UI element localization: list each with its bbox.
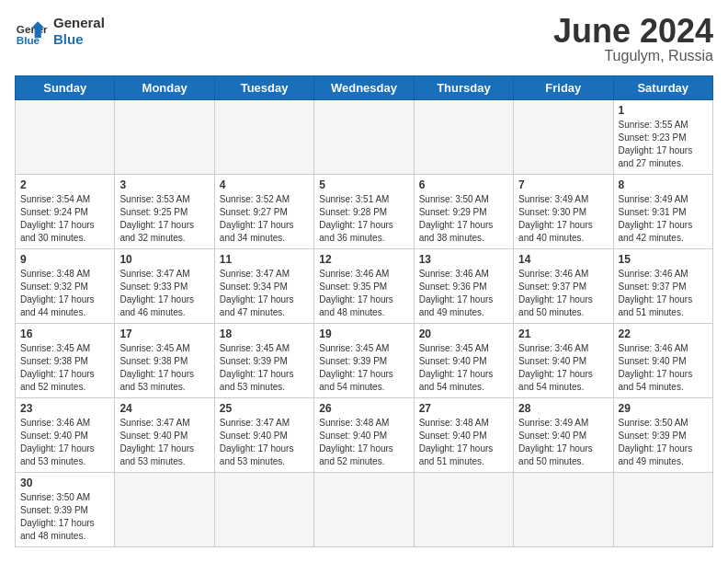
- cell-sun-info: Sunrise: 3:53 AMSunset: 9:25 PMDaylight:…: [119, 193, 209, 245]
- day-number: 4: [220, 178, 309, 191]
- day-number: 1: [619, 104, 708, 117]
- day-number: 28: [518, 402, 608, 415]
- calendar-cell: 28Sunrise: 3:49 AMSunset: 9:40 PMDayligh…: [514, 398, 613, 473]
- cell-sun-info: Sunrise: 3:54 AMSunset: 9:24 PMDaylight:…: [20, 193, 109, 245]
- title-block: June 2024 Tugulym, Russia: [553, 15, 713, 64]
- calendar-cell: 10Sunrise: 3:47 AMSunset: 9:33 PMDayligh…: [115, 249, 214, 324]
- day-number: 13: [419, 253, 508, 266]
- calendar-cell: 30Sunrise: 3:50 AMSunset: 9:39 PMDayligh…: [16, 473, 115, 547]
- day-number: 6: [419, 178, 508, 191]
- calendar-cell: 12Sunrise: 3:46 AMSunset: 9:35 PMDayligh…: [314, 249, 414, 324]
- calendar-cell: 29Sunrise: 3:50 AMSunset: 9:39 PMDayligh…: [613, 398, 712, 473]
- calendar-cell: [514, 473, 613, 547]
- day-number: 2: [20, 178, 109, 191]
- calendar-cell: 14Sunrise: 3:46 AMSunset: 9:37 PMDayligh…: [514, 249, 613, 324]
- calendar-cell: 13Sunrise: 3:46 AMSunset: 9:36 PMDayligh…: [414, 249, 513, 324]
- calendar-cell: 25Sunrise: 3:47 AMSunset: 9:40 PMDayligh…: [214, 398, 313, 473]
- day-number: 20: [419, 327, 508, 340]
- cell-sun-info: Sunrise: 3:46 AMSunset: 9:35 PMDaylight:…: [319, 268, 408, 319]
- calendar-cell: [214, 100, 313, 175]
- calendar-cell: 3Sunrise: 3:53 AMSunset: 9:25 PMDaylight…: [115, 175, 214, 249]
- week-row-2: 9Sunrise: 3:48 AMSunset: 9:32 PMDaylight…: [16, 249, 713, 324]
- logo-general-text: General: [53, 15, 105, 31]
- calendar-cell: [214, 473, 313, 547]
- calendar-cell: [115, 473, 214, 547]
- day-number: 30: [20, 477, 109, 489]
- calendar-cell: [414, 100, 513, 175]
- calendar-cell: [414, 473, 513, 547]
- day-number: 21: [518, 327, 608, 340]
- weekday-sunday: Sunday: [16, 76, 115, 100]
- calendar-cell: 11Sunrise: 3:47 AMSunset: 9:34 PMDayligh…: [214, 249, 313, 324]
- calendar-body: 1Sunrise: 3:55 AMSunset: 9:23 PMDaylight…: [16, 100, 713, 547]
- calendar-cell: 16Sunrise: 3:45 AMSunset: 9:38 PMDayligh…: [16, 324, 115, 398]
- calendar-cell: 18Sunrise: 3:45 AMSunset: 9:39 PMDayligh…: [214, 324, 313, 398]
- cell-sun-info: Sunrise: 3:45 AMSunset: 9:40 PMDaylight:…: [419, 342, 508, 394]
- calendar-cell: 5Sunrise: 3:51 AMSunset: 9:28 PMDaylight…: [314, 175, 414, 249]
- calendar-location: Tugulym, Russia: [553, 48, 713, 64]
- day-number: 18: [220, 327, 309, 340]
- calendar-cell: [16, 100, 115, 175]
- day-number: 3: [119, 178, 209, 191]
- calendar-cell: [514, 100, 613, 175]
- day-number: 14: [518, 253, 608, 266]
- calendar-cell: 2Sunrise: 3:54 AMSunset: 9:24 PMDaylight…: [16, 175, 115, 249]
- logo-icon: General Blue: [15, 15, 48, 48]
- cell-sun-info: Sunrise: 3:48 AMSunset: 9:32 PMDaylight:…: [20, 268, 109, 319]
- cell-sun-info: Sunrise: 3:45 AMSunset: 9:38 PMDaylight:…: [119, 342, 209, 394]
- cell-sun-info: Sunrise: 3:47 AMSunset: 9:40 PMDaylight:…: [220, 417, 309, 468]
- week-row-4: 23Sunrise: 3:46 AMSunset: 9:40 PMDayligh…: [16, 398, 713, 473]
- logo: General Blue General Blue: [15, 15, 105, 48]
- day-number: 19: [319, 327, 408, 340]
- calendar-cell: 8Sunrise: 3:49 AMSunset: 9:31 PMDaylight…: [613, 175, 712, 249]
- calendar-cell: 6Sunrise: 3:50 AMSunset: 9:29 PMDaylight…: [414, 175, 513, 249]
- cell-sun-info: Sunrise: 3:46 AMSunset: 9:40 PMDaylight:…: [619, 342, 708, 394]
- cell-sun-info: Sunrise: 3:49 AMSunset: 9:30 PMDaylight:…: [518, 193, 608, 245]
- calendar-cell: 21Sunrise: 3:46 AMSunset: 9:40 PMDayligh…: [514, 324, 613, 398]
- week-row-3: 16Sunrise: 3:45 AMSunset: 9:38 PMDayligh…: [16, 324, 713, 398]
- day-number: 23: [20, 402, 109, 415]
- day-number: 24: [119, 402, 209, 415]
- week-row-1: 2Sunrise: 3:54 AMSunset: 9:24 PMDaylight…: [16, 175, 713, 249]
- day-number: 25: [220, 402, 309, 415]
- day-number: 17: [119, 327, 209, 340]
- weekday-tuesday: Tuesday: [214, 76, 313, 100]
- calendar-cell: 1Sunrise: 3:55 AMSunset: 9:23 PMDaylight…: [613, 100, 712, 175]
- calendar-cell: [115, 100, 214, 175]
- cell-sun-info: Sunrise: 3:52 AMSunset: 9:27 PMDaylight:…: [220, 193, 309, 245]
- cell-sun-info: Sunrise: 3:50 AMSunset: 9:29 PMDaylight:…: [419, 193, 508, 245]
- cell-sun-info: Sunrise: 3:46 AMSunset: 9:40 PMDaylight:…: [20, 417, 109, 468]
- calendar-cell: 27Sunrise: 3:48 AMSunset: 9:40 PMDayligh…: [414, 398, 513, 473]
- cell-sun-info: Sunrise: 3:46 AMSunset: 9:40 PMDaylight:…: [518, 342, 608, 394]
- calendar-cell: 4Sunrise: 3:52 AMSunset: 9:27 PMDaylight…: [214, 175, 313, 249]
- cell-sun-info: Sunrise: 3:50 AMSunset: 9:39 PMDaylight:…: [20, 491, 109, 543]
- page-header: General Blue General Blue June 2024 Tugu…: [15, 15, 713, 64]
- week-row-5: 30Sunrise: 3:50 AMSunset: 9:39 PMDayligh…: [16, 473, 713, 547]
- cell-sun-info: Sunrise: 3:46 AMSunset: 9:36 PMDaylight:…: [419, 268, 508, 319]
- day-number: 12: [319, 253, 408, 266]
- cell-sun-info: Sunrise: 3:47 AMSunset: 9:33 PMDaylight:…: [119, 268, 209, 319]
- logo-blue-text: Blue: [53, 31, 105, 48]
- cell-sun-info: Sunrise: 3:51 AMSunset: 9:28 PMDaylight:…: [319, 193, 408, 245]
- calendar-cell: [314, 100, 414, 175]
- calendar-cell: 23Sunrise: 3:46 AMSunset: 9:40 PMDayligh…: [16, 398, 115, 473]
- weekday-header-row: SundayMondayTuesdayWednesdayThursdayFrid…: [16, 76, 713, 100]
- calendar-cell: 7Sunrise: 3:49 AMSunset: 9:30 PMDaylight…: [514, 175, 613, 249]
- day-number: 9: [20, 253, 109, 266]
- cell-sun-info: Sunrise: 3:48 AMSunset: 9:40 PMDaylight:…: [319, 417, 408, 468]
- day-number: 29: [619, 402, 708, 415]
- cell-sun-info: Sunrise: 3:47 AMSunset: 9:34 PMDaylight:…: [220, 268, 309, 319]
- weekday-monday: Monday: [115, 76, 214, 100]
- cell-sun-info: Sunrise: 3:45 AMSunset: 9:39 PMDaylight:…: [220, 342, 309, 394]
- day-number: 22: [619, 327, 708, 340]
- day-number: 16: [20, 327, 109, 340]
- cell-sun-info: Sunrise: 3:49 AMSunset: 9:40 PMDaylight:…: [518, 417, 608, 468]
- calendar-table: SundayMondayTuesdayWednesdayThursdayFrid…: [15, 75, 713, 547]
- calendar-cell: 20Sunrise: 3:45 AMSunset: 9:40 PMDayligh…: [414, 324, 513, 398]
- calendar-cell: [314, 473, 414, 547]
- day-number: 11: [220, 253, 309, 266]
- day-number: 10: [119, 253, 209, 266]
- cell-sun-info: Sunrise: 3:47 AMSunset: 9:40 PMDaylight:…: [119, 417, 209, 468]
- day-number: 26: [319, 402, 408, 415]
- calendar-cell: 22Sunrise: 3:46 AMSunset: 9:40 PMDayligh…: [613, 324, 712, 398]
